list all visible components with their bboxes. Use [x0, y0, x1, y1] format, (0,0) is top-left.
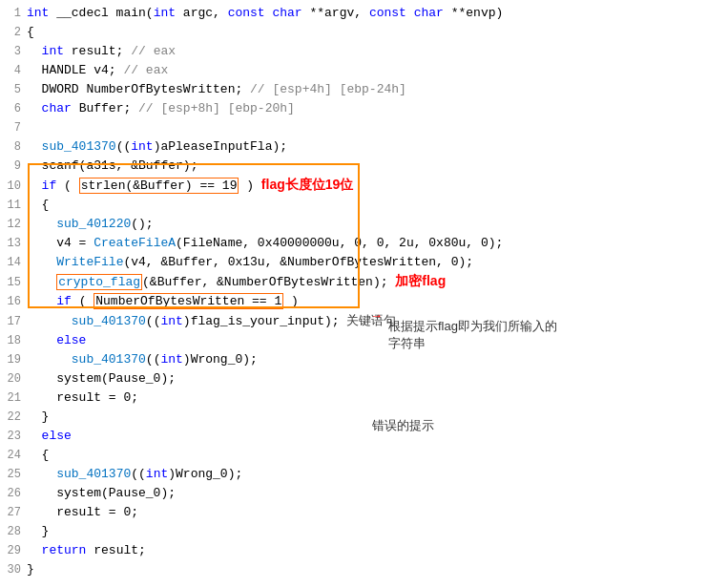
- code-line-8: 8 sub_401370((int)aPleaseInputFla);: [0, 137, 728, 157]
- code-line-15: 15 crypto_flag(&Buffer, &NumberOfBytesWr…: [0, 272, 728, 292]
- code-line-22: 22 }: [0, 408, 728, 427]
- code-line-7: 7: [0, 118, 728, 137]
- code-line-10: 10 if ( strlen(&Buffer) == 19 ) flag长度位1…: [0, 176, 728, 196]
- code-line-19: 19 sub_401370((int)Wrong_0);: [0, 350, 728, 369]
- code-line-11: 11 {: [0, 196, 728, 215]
- code-line-29: 29 return result;: [0, 541, 728, 560]
- code-line-21: 21 result = 0;: [0, 388, 728, 408]
- code-line-27: 27 result = 0;: [0, 503, 728, 522]
- code-line-1: 1 int __cdecl main(int argc, const char …: [0, 4, 728, 23]
- code-line-23: 23 else: [0, 427, 728, 446]
- code-line-2: 2 {: [0, 23, 728, 42]
- code-line-3: 3 int result; // eax: [0, 42, 728, 61]
- code-line-6: 6 char Buffer; // [esp+8h] [ebp-20h]: [0, 99, 728, 118]
- code-line-13: 13 v4 = CreateFileA(FileName, 0x40000000…: [0, 234, 728, 253]
- code-line-9: 9 scanf(a31s, &Buffer);: [0, 157, 728, 176]
- code-line-28: 28 }: [0, 522, 728, 541]
- code-line-18: 18 else: [0, 331, 728, 350]
- code-line-26: 26 system(Pause_0);: [0, 484, 728, 503]
- code-line-20: 20 system(Pause_0);: [0, 369, 728, 388]
- code-line-12: 12 sub_401220();: [0, 215, 728, 234]
- code-line-5: 5 DWORD NumberOfBytesWritten; // [esp+4h…: [0, 80, 728, 99]
- code-line-25: 25 sub_401370((int)Wrong_0);: [0, 465, 728, 484]
- code-container: 1 int __cdecl main(int argc, const char …: [0, 0, 728, 583]
- code-line-24: 24 {: [0, 446, 728, 465]
- code-line-4: 4 HANDLE v4; // eax: [0, 61, 728, 80]
- code-line-16: 16 if ( NumberOfBytesWritten == 1 ): [0, 292, 728, 311]
- code-line-30: 30 }: [0, 560, 728, 579]
- code-line-17: 17 sub_401370((int)flag_is_your_input); …: [0, 311, 728, 331]
- code-line-14: 14 WriteFile(v4, &Buffer, 0x13u, &Number…: [0, 253, 728, 272]
